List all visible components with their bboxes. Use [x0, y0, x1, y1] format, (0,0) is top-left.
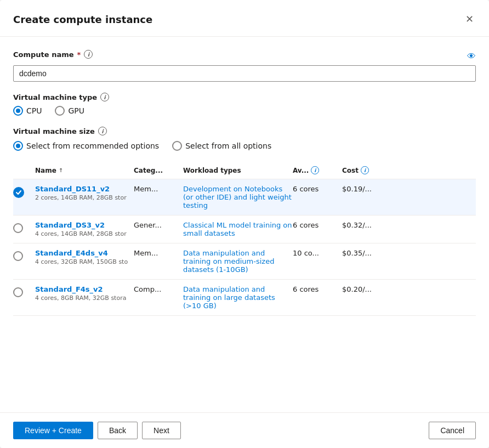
close-icon: ✕: [465, 13, 474, 25]
row-3-radio[interactable]: [13, 287, 23, 297]
vm-type-cpu-radio[interactable]: [13, 106, 23, 116]
vm-size-info-icon[interactable]: i: [98, 127, 107, 135]
vm-size-all-label: Select from all options: [185, 141, 271, 150]
availability-info-icon[interactable]: i: [311, 166, 319, 174]
th-name: Name ↑: [35, 166, 134, 174]
row-0-name: Standard_DS11_v2 2 cores, 14GB RAM, 28GB…: [35, 185, 134, 201]
compute-name-label: Compute name * i: [13, 50, 93, 59]
cancel-button[interactable]: Cancel: [429, 422, 476, 439]
compute-name-input[interactable]: [13, 65, 476, 82]
vm-type-options: CPU GPU: [13, 106, 476, 116]
vm-type-cpu-option[interactable]: CPU: [13, 106, 42, 116]
row-1-category: Gener...: [134, 221, 183, 229]
vm-type-gpu-option[interactable]: GPU: [55, 106, 84, 116]
compute-name-row: Compute name * i 👁: [13, 50, 476, 62]
row-2-radio[interactable]: [13, 251, 23, 261]
row-3-cost: $0.20/...: [342, 285, 386, 293]
row-2-workload: Data manipulation and training on medium…: [183, 249, 293, 274]
row-2-selector[interactable]: [13, 249, 35, 261]
th-workload: Workload types: [183, 166, 293, 174]
back-button[interactable]: Back: [98, 422, 138, 439]
th-cost: Cost i: [342, 166, 386, 174]
cost-info-icon[interactable]: i: [361, 166, 369, 174]
vm-size-section: Virtual machine size i Select from recom…: [13, 127, 476, 151]
row-0-check: [13, 187, 24, 198]
compute-name-section: Compute name * i 👁: [13, 50, 476, 82]
row-1-selector[interactable]: [13, 221, 35, 233]
vm-size-label: Virtual machine size i: [13, 127, 476, 135]
vm-table: Name ↑ Categ... Workload types Av... i C…: [13, 162, 476, 316]
vm-type-label: Virtual machine type i: [13, 93, 476, 101]
review-create-button[interactable]: Review + Create: [13, 422, 93, 439]
row-0-workload: Development on Notebooks (or other IDE) …: [183, 185, 293, 209]
modal-title: Create compute instance: [13, 14, 152, 25]
th-availability: Av... i: [293, 166, 342, 174]
row-0-cost: $0.19/...: [342, 185, 386, 193]
vm-type-section: Virtual machine type i CPU GPU: [13, 93, 476, 116]
vm-type-gpu-radio[interactable]: [55, 106, 65, 116]
vm-size-recommended-label: Select from recommended options: [26, 141, 159, 150]
vm-size-recommended-radio[interactable]: [13, 141, 23, 151]
row-1-availability: 6 cores: [293, 221, 342, 229]
row-3-workload: Data manipulation and training on large …: [183, 285, 293, 310]
eye-icon[interactable]: 👁: [467, 51, 476, 61]
th-select: [13, 166, 35, 174]
row-3-name: Standard_F4s_v2 4 cores, 8GB RAM, 32GB s…: [35, 285, 134, 302]
table-row[interactable]: Standard_F4s_v2 4 cores, 8GB RAM, 32GB s…: [13, 280, 476, 316]
row-0-availability: 6 cores: [293, 185, 342, 193]
close-button[interactable]: ✕: [463, 11, 476, 27]
row-2-name: Standard_E4ds_v4 4 cores, 32GB RAM, 150G…: [35, 249, 134, 265]
row-1-radio[interactable]: [13, 223, 23, 233]
modal-body: Compute name * i 👁 Virtual machine type …: [0, 37, 489, 412]
row-2-cost: $0.35/...: [342, 249, 386, 257]
vm-type-gpu-label: GPU: [68, 106, 84, 115]
table-header: Name ↑ Categ... Workload types Av... i C…: [13, 162, 476, 179]
row-3-availability: 6 cores: [293, 285, 342, 293]
row-3-category: Comp...: [134, 285, 183, 293]
row-0-category: Mem...: [134, 185, 183, 193]
row-1-workload: Classical ML model training on small dat…: [183, 221, 293, 237]
vm-size-all-radio[interactable]: [172, 141, 182, 151]
vm-size-all-option[interactable]: Select from all options: [172, 141, 271, 151]
vm-size-recommended-option[interactable]: Select from recommended options: [13, 141, 159, 151]
row-2-category: Mem...: [134, 249, 183, 257]
row-2-availability: 10 co...: [293, 249, 342, 257]
row-1-name: Standard_DS3_v2 4 cores, 14GB RAM, 28GB …: [35, 221, 134, 237]
modal-footer: Review + Create Back Next Cancel: [0, 412, 489, 448]
vm-type-cpu-label: CPU: [26, 106, 42, 115]
vm-type-info-icon[interactable]: i: [100, 93, 109, 101]
compute-name-info-icon[interactable]: i: [84, 50, 93, 59]
table-row[interactable]: Standard_DS3_v2 4 cores, 14GB RAM, 28GB …: [13, 216, 476, 243]
create-compute-modal: Create compute instance ✕ Compute name *…: [0, 0, 489, 448]
row-3-selector[interactable]: [13, 285, 35, 297]
modal-header: Create compute instance ✕: [0, 0, 489, 37]
table-row[interactable]: Standard_E4ds_v4 4 cores, 32GB RAM, 150G…: [13, 243, 476, 280]
row-1-cost: $0.32/...: [342, 221, 386, 229]
name-sort-icon[interactable]: ↑: [59, 167, 63, 173]
th-category: Categ...: [134, 166, 183, 174]
row-0-selector[interactable]: [13, 185, 35, 198]
next-button[interactable]: Next: [142, 422, 181, 439]
vm-size-options: Select from recommended options Select f…: [13, 141, 476, 151]
table-row[interactable]: Standard_DS11_v2 2 cores, 14GB RAM, 28GB…: [13, 179, 476, 216]
